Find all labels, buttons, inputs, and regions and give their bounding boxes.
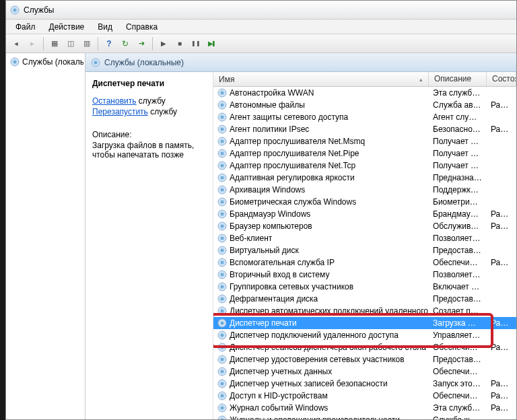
start-service-button[interactable] xyxy=(156,36,171,51)
service-row[interactable]: Агент политики IPsecБезопасно…Работае xyxy=(213,123,516,135)
separator xyxy=(152,37,153,50)
service-row[interactable]: Диспетчер сеансов диспетчера окон рабоче… xyxy=(213,341,516,353)
service-row[interactable]: Журналы и оповещения производительностиС… xyxy=(213,414,516,419)
service-row[interactable]: Доступ к HID-устройствамОбеспечи…Работае xyxy=(213,390,516,402)
menu-action[interactable]: Действие xyxy=(42,21,92,33)
show-hide-tree-button[interactable] xyxy=(47,36,62,51)
restart-service-button[interactable] xyxy=(205,36,219,51)
svg-point-13 xyxy=(221,128,224,131)
service-name: Брандмауэр Windows xyxy=(230,209,310,219)
gear-icon xyxy=(217,234,227,243)
view-mode-button[interactable] xyxy=(79,36,94,51)
service-row[interactable]: Брандмауэр WindowsБрандмау…Работае xyxy=(213,208,516,220)
titlebar[interactable]: Службы xyxy=(6,1,516,20)
help-button[interactable] xyxy=(102,36,116,51)
back-button[interactable] xyxy=(9,36,24,51)
toolbar xyxy=(6,34,516,53)
cell-desc: Служба ав… xyxy=(429,100,487,110)
sort-asc-icon: ▴ xyxy=(419,76,423,83)
service-name: Вспомогательная служба IP xyxy=(230,258,335,267)
col-name[interactable]: Имя▴ xyxy=(213,72,429,86)
service-row[interactable]: Адаптер прослушивателя Net.PipeПолучает … xyxy=(213,147,516,160)
cell-desc: Запуск это… xyxy=(429,379,487,388)
cell-status: Работае xyxy=(487,100,516,110)
service-row[interactable]: Биометрическая служба WindowsБиометри… xyxy=(213,196,516,208)
forward-button[interactable] xyxy=(25,36,40,51)
svg-point-23 xyxy=(221,188,224,192)
cell-desc: Позволяет… xyxy=(429,270,487,279)
service-row[interactable]: Диспетчер печатиЗагрузка …Работае xyxy=(213,317,516,329)
properties-button[interactable] xyxy=(63,36,78,51)
cell-desc: Обеспечи… xyxy=(429,391,487,400)
service-row[interactable]: Диспетчер подключений удаленного доступа… xyxy=(213,329,516,341)
service-name: Диспетчер удостоверения сетевых участник… xyxy=(230,355,405,364)
service-row[interactable]: Архивация WindowsПоддержк… xyxy=(213,184,516,196)
service-row[interactable]: Адаптивная регулировка яркостиПредназна… xyxy=(213,172,516,184)
service-row[interactable]: Вторичный вход в системуПозволяет… xyxy=(213,269,516,281)
service-row[interactable]: Браузер компьютеровОбслужив…Работае xyxy=(213,220,516,232)
cell-desc: Обеспечи… xyxy=(429,367,487,376)
service-row[interactable]: Автонастройка WWANЭта служб… xyxy=(213,87,516,99)
menu-view[interactable]: Вид xyxy=(91,21,119,33)
col-status[interactable]: Состоя xyxy=(487,72,516,86)
tree-node-services[interactable]: Службы (локалы xyxy=(7,56,83,68)
cell-name: Диспетчер учетных записей безопасности xyxy=(213,379,429,388)
service-row[interactable]: Веб-клиентПозволяет… xyxy=(213,232,516,244)
cell-desc: Управляет… xyxy=(429,330,487,340)
stop-link[interactable]: Остановить xyxy=(92,96,137,106)
service-row[interactable]: Дефрагментация дискаПредостав… xyxy=(213,293,516,305)
export-button[interactable] xyxy=(134,36,149,51)
gear-icon xyxy=(217,125,227,134)
cell-desc: Обеспечи… xyxy=(429,258,487,267)
svg-point-43 xyxy=(221,310,224,313)
service-name: Адаптер прослушивателя Net.Pipe xyxy=(230,149,359,158)
svg-point-3 xyxy=(13,61,17,64)
svg-point-33 xyxy=(221,249,224,252)
cell-name: Адаптивная регулировка яркости xyxy=(213,173,429,182)
svg-point-27 xyxy=(221,213,224,216)
service-name: Группировка сетевых участников xyxy=(230,282,353,291)
service-row[interactable]: Виртуальный дискПредостав… xyxy=(213,244,516,256)
desc-heading: Описание: xyxy=(92,130,206,139)
restart-link[interactable]: Перезапустить xyxy=(92,107,148,116)
service-row[interactable]: Адаптер прослушивателя Net.MsmqПолучает … xyxy=(213,135,516,147)
refresh-button[interactable] xyxy=(118,36,133,51)
service-row[interactable]: Диспетчер удостоверения сетевых участник… xyxy=(213,353,516,365)
service-row[interactable]: Автономные файлыСлужба ав…Работае xyxy=(213,99,516,111)
separator xyxy=(43,37,44,50)
menu-help[interactable]: Справка xyxy=(119,21,164,33)
service-row[interactable]: Диспетчер учетных данныхОбеспечи… xyxy=(213,365,516,378)
cell-name: Биометрическая служба Windows xyxy=(213,197,429,207)
service-row[interactable]: Диспетчер учетных записей безопасностиЗа… xyxy=(213,378,516,390)
service-name: Агент защиты сетевого доступа xyxy=(230,112,348,122)
gear-icon xyxy=(217,415,227,419)
cell-name: Диспетчер удостоверения сетевых участник… xyxy=(213,355,429,364)
service-row[interactable]: Группировка сетевых участниковВключает … xyxy=(213,281,516,293)
service-name: Диспетчер учетных данных xyxy=(230,367,332,376)
col-desc[interactable]: Описание xyxy=(429,72,487,86)
gear-icon xyxy=(217,343,227,352)
service-name: Диспетчер автоматических подключений уда… xyxy=(230,306,429,316)
cell-desc: Обслужив… xyxy=(429,221,487,231)
service-row[interactable]: Вспомогательная служба IPОбеспечи…Работа… xyxy=(213,256,516,269)
cell-desc: Загрузка … xyxy=(429,318,487,328)
service-row[interactable]: Адаптер прослушивателя Net.TcpПолучает … xyxy=(213,160,516,172)
cell-desc: Брандмау… xyxy=(429,209,487,219)
service-name: Диспетчер подключений удаленного доступа xyxy=(230,330,399,340)
cell-desc: Позволяет… xyxy=(429,234,487,243)
service-row[interactable]: Журнал событий WindowsЭта служб…Работае xyxy=(213,402,516,414)
gear-icon xyxy=(217,379,227,388)
stop-service-button[interactable] xyxy=(172,36,187,51)
panel-header: Службы (локальные) xyxy=(85,53,516,72)
menu-file[interactable]: Файл xyxy=(9,21,42,33)
svg-point-29 xyxy=(221,225,224,228)
gear-icon xyxy=(217,306,227,316)
cell-status: Работае xyxy=(487,343,516,352)
service-name: Архивация Windows xyxy=(230,185,305,195)
pause-service-button[interactable] xyxy=(188,36,203,51)
service-rows[interactable]: Автонастройка WWANЭта служб…Автономные ф… xyxy=(213,87,516,419)
service-name: Адаптер прослушивателя Net.Msmq xyxy=(230,137,365,146)
service-row[interactable]: Диспетчер автоматических подключений уда… xyxy=(213,305,516,317)
svg-point-47 xyxy=(221,334,224,337)
service-row[interactable]: Агент защиты сетевого доступаАгент слу… xyxy=(213,111,516,123)
